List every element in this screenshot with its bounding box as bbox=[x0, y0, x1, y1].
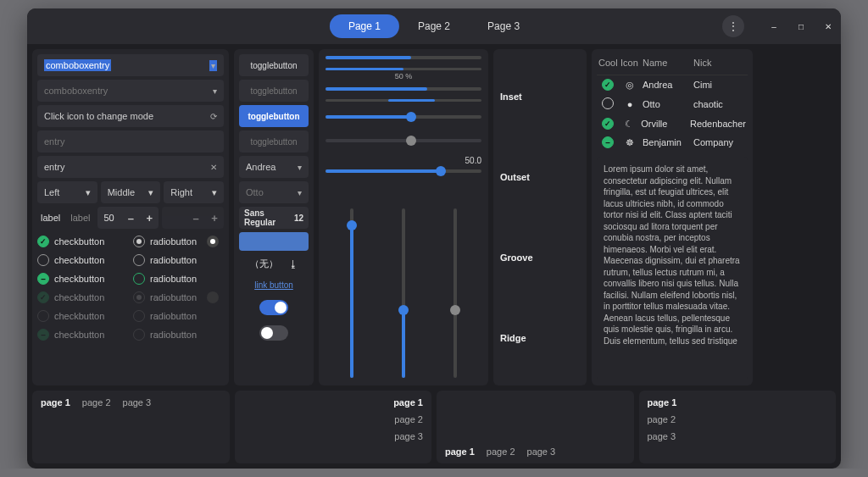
nb-tab[interactable]: page 3 bbox=[527, 446, 556, 457]
row-check[interactable] bbox=[602, 79, 614, 91]
download-icon: ⭳ bbox=[288, 258, 298, 270]
right-panel: Cool Icon Name Nick ◎AndreaCimi ●Ottocha… bbox=[592, 49, 753, 385]
link-button[interactable]: link button bbox=[239, 277, 309, 293]
notebook-top-tabs: page 1 page 2 page 3 bbox=[32, 391, 230, 463]
radio-extra-icon[interactable] bbox=[207, 236, 219, 247]
checkbutton-3[interactable] bbox=[37, 273, 49, 285]
file-chooser[interactable]: （无）⭳ bbox=[239, 254, 309, 274]
radiobutton-3[interactable] bbox=[133, 273, 145, 285]
dropdown-left[interactable]: Left▾ bbox=[37, 181, 97, 203]
spin-minus-icon[interactable]: – bbox=[121, 212, 140, 225]
chevron-down-icon: ▾ bbox=[148, 187, 153, 198]
switch-on[interactable] bbox=[259, 300, 288, 315]
treeview[interactable]: Cool Icon Name Nick ◎AndreaCimi ●Ottocha… bbox=[597, 54, 748, 152]
switch-off[interactable] bbox=[259, 325, 288, 341]
spinbutton-1[interactable]: 50 – + bbox=[97, 207, 159, 229]
scale-h-2 bbox=[326, 139, 481, 142]
spinbutton-2: – + bbox=[162, 207, 224, 229]
middle-panel: togglebutton togglebutton togglebutton t… bbox=[234, 49, 314, 385]
table-row[interactable]: ◎AndreaCimi bbox=[597, 75, 748, 94]
row-icon: ● bbox=[619, 96, 641, 113]
nb-tab[interactable]: page 1 bbox=[445, 446, 475, 457]
chevron-down-icon: ▾ bbox=[298, 188, 302, 197]
spin-plus-icon: + bbox=[205, 212, 224, 225]
scale-h-3[interactable]: 50.0 bbox=[326, 169, 481, 173]
sliders-panel: 50 % 50.0 bbox=[319, 49, 488, 385]
frame-ridge: Ridge bbox=[498, 328, 581, 348]
table-row[interactable]: ●Ottochaotic bbox=[597, 94, 748, 114]
tab-page3[interactable]: Page 3 bbox=[469, 14, 538, 38]
togglebutton-1[interactable]: togglebutton bbox=[239, 54, 309, 76]
combobox-andrea[interactable]: Andrea▾ bbox=[239, 156, 309, 178]
nb-tab[interactable]: page 2 bbox=[487, 446, 515, 457]
progressbar-1 bbox=[326, 68, 481, 70]
checkbutton-1[interactable] bbox=[37, 236, 49, 247]
levelbar-1 bbox=[326, 56, 481, 59]
radiobutton-1[interactable] bbox=[133, 236, 145, 247]
togglebutton-2[interactable]: togglebutton bbox=[239, 80, 309, 102]
row-icon: ☾ bbox=[618, 115, 639, 133]
bottom-notebooks: page 1 page 2 page 3 page 1 page 2 page … bbox=[27, 391, 841, 469]
spin-minus-icon: – bbox=[186, 212, 205, 225]
font-button[interactable]: Sans Regular12 bbox=[239, 207, 309, 229]
radiobutton-2[interactable] bbox=[133, 254, 145, 266]
scale-h-1[interactable] bbox=[326, 115, 481, 119]
close-button[interactable]: ✕ bbox=[822, 20, 834, 32]
row-icon: ◎ bbox=[619, 76, 641, 94]
tab-page1[interactable]: Page 1 bbox=[330, 14, 399, 38]
combobox-entry-2[interactable]: comboboxentry▾ bbox=[37, 80, 224, 102]
scale-v-2[interactable] bbox=[402, 208, 405, 378]
clear-icon[interactable]: ✕ bbox=[210, 163, 217, 172]
chevron-down-icon: ▾ bbox=[86, 187, 91, 198]
nb-tab[interactable]: page 1 bbox=[41, 397, 70, 457]
nb-tab[interactable]: page 2 bbox=[82, 397, 111, 457]
label-2: label bbox=[67, 213, 93, 223]
checkbutton-2[interactable] bbox=[37, 254, 49, 266]
table-row[interactable]: ☾OrvilleRedenbacher bbox=[597, 114, 748, 133]
dropdown-right[interactable]: Right▾ bbox=[164, 181, 224, 203]
minimize-button[interactable]: – bbox=[768, 20, 780, 32]
combobox-entry-1[interactable]: comboboxentry▾ bbox=[37, 54, 224, 76]
nb-tab[interactable]: page 2 bbox=[648, 414, 676, 424]
tab-page2[interactable]: Page 2 bbox=[399, 14, 469, 38]
entry-icon-mode[interactable]: Click icon to change mode⟳ bbox=[37, 105, 224, 127]
textview[interactable]: Lorem ipsum dolor sit amet, consectetur … bbox=[597, 157, 748, 380]
nb-tab[interactable]: page 3 bbox=[394, 431, 423, 441]
combobox-otto: Otto▾ bbox=[239, 181, 309, 203]
togglebutton-3[interactable]: togglebutton bbox=[239, 105, 309, 127]
entry-placeholder[interactable]: entry bbox=[37, 130, 224, 153]
row-icon: ☸ bbox=[619, 134, 641, 152]
color-button[interactable] bbox=[239, 232, 309, 251]
entry-clearable[interactable]: entry✕ bbox=[37, 156, 224, 178]
menu-button[interactable]: ⋮ bbox=[722, 15, 744, 37]
radiobutton-4 bbox=[133, 291, 145, 303]
spin-plus-icon[interactable]: + bbox=[140, 212, 159, 225]
radio-extra-icon bbox=[207, 291, 219, 303]
table-row[interactable]: ☸BenjaminCompany bbox=[597, 133, 748, 152]
chevron-down-icon: ▾ bbox=[213, 86, 217, 96]
dropdown-middle[interactable]: Middle▾ bbox=[101, 181, 161, 203]
refresh-icon[interactable]: ⟳ bbox=[210, 112, 217, 121]
nb-tab[interactable]: page 1 bbox=[648, 397, 677, 408]
row-check[interactable] bbox=[602, 136, 614, 148]
scale-v-1[interactable] bbox=[350, 208, 353, 378]
nb-tab[interactable]: page 3 bbox=[648, 431, 676, 441]
row-check[interactable] bbox=[602, 118, 614, 130]
progressbar-label: 50 % bbox=[326, 68, 481, 80]
chevron-down-icon: ▾ bbox=[298, 163, 302, 172]
frames-panel: Inset Outset Groove Ridge bbox=[493, 49, 587, 385]
nb-tab[interactable]: page 1 bbox=[393, 397, 423, 408]
frame-inset: Inset bbox=[498, 86, 581, 107]
chevron-down-icon: ▾ bbox=[212, 187, 217, 198]
radiobutton-6 bbox=[133, 329, 145, 341]
nb-tab[interactable]: page 2 bbox=[394, 414, 423, 424]
chevron-down-icon: ▾ bbox=[209, 60, 217, 71]
maximize-button[interactable]: □ bbox=[795, 20, 807, 32]
titlebar: Page 1 Page 2 Page 3 ⋮ – □ ✕ bbox=[27, 8, 841, 44]
left-panel: comboboxentry▾ comboboxentry▾ Click icon… bbox=[32, 49, 229, 385]
nb-tab[interactable]: page 3 bbox=[123, 397, 152, 457]
row-check[interactable] bbox=[602, 97, 614, 109]
window-controls: ⋮ – □ ✕ bbox=[722, 15, 834, 37]
notebook-bottom-tabs: page 1 page 2 page 3 bbox=[437, 391, 634, 463]
checkbutton-6 bbox=[37, 329, 49, 341]
